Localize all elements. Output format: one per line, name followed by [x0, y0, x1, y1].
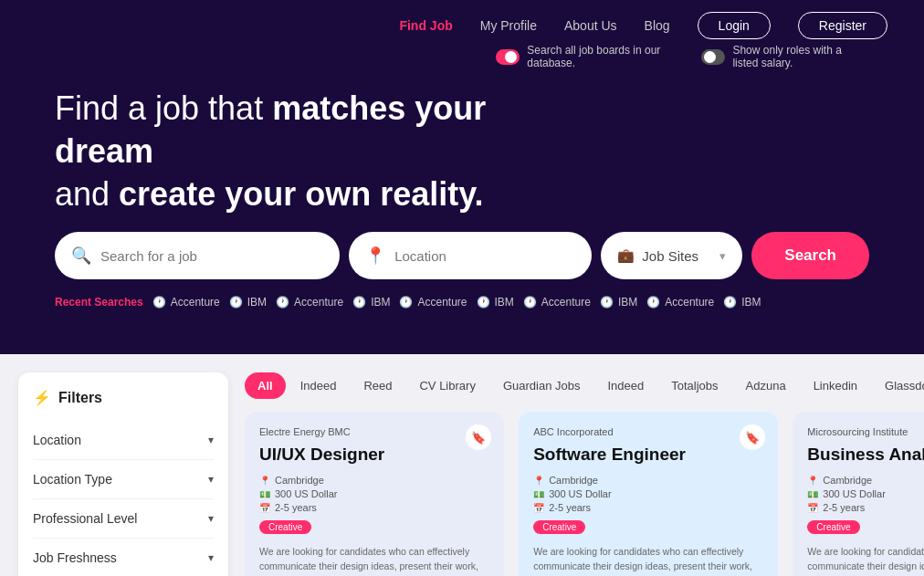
job-location-1: 📍 Cambridge [533, 475, 763, 486]
tab-totaljobs[interactable]: Totaljobs [658, 372, 730, 399]
job-tag-2: Creative [807, 520, 859, 534]
recent-item-label-7: IBM [618, 296, 637, 309]
hero-headline: Find a job that matches your dream and c… [55, 88, 496, 215]
filter-professional-level-label: Professional Level [33, 511, 137, 526]
tab-indeed-2[interactable]: Indeed [594, 372, 656, 399]
clock-icon-8: 🕐 [646, 296, 660, 309]
job-title-2: Business Analyst [807, 445, 924, 466]
filter-icon: ⚡ [33, 389, 51, 406]
clock-icon-7: 🕐 [600, 296, 614, 309]
job-sites-label: Job Sites [642, 248, 698, 264]
tab-adzuna[interactable]: Adzuna [733, 372, 799, 399]
job-location-2: 📍 Cambridge [807, 475, 924, 486]
job-salary-1: 💵 300 US Dollar [533, 488, 763, 499]
job-experience-text-2: 2-5 years [823, 502, 865, 513]
filter-location-type-label: Location Type [33, 472, 112, 487]
job-card-1: 🔖 ABC Incorporated Software Engineer 📍 C… [519, 412, 778, 576]
clock-icon: 🕐 [152, 296, 166, 309]
job-card-2: 🔖 Microsourcing Institute Business Analy… [793, 412, 924, 576]
tab-reed[interactable]: Reed [351, 372, 404, 399]
location-search-wrap: 📍 [349, 232, 592, 279]
tab-all[interactable]: All [245, 372, 286, 399]
chevron-down-icon: ▾ [719, 249, 726, 263]
clock-icon-6: 🕐 [523, 296, 537, 309]
location-pin-icon-1: 📍 [533, 476, 544, 486]
toggle-knob [505, 51, 517, 63]
chevron-location: ▾ [208, 434, 214, 446]
filter-location[interactable]: Location ▾ [33, 421, 214, 460]
tab-cv-library[interactable]: CV Library [406, 372, 488, 399]
recent-item-6[interactable]: 🕐 Accenture [523, 296, 591, 309]
job-salary-0: 💵 300 US Dollar [259, 488, 489, 499]
nav-my-profile[interactable]: My Profile [480, 18, 537, 33]
main-content: ⚡ Filters Location ▾ Location Type ▾ Pro… [0, 354, 924, 576]
recent-item-2[interactable]: 🕐 Accenture [276, 296, 343, 309]
filter-location-label: Location [33, 433, 81, 447]
toggle-all-boards-switch[interactable] [496, 49, 520, 65]
search-button[interactable]: Search [751, 232, 869, 279]
recent-item-label-5: IBM [495, 296, 514, 309]
tab-indeed[interactable]: Indeed [288, 372, 350, 399]
chevron-professional-level: ▾ [208, 512, 214, 525]
job-location-text-2: Cambridge [823, 475, 872, 486]
job-title-1: Software Engineer [533, 445, 763, 466]
recent-item-3[interactable]: 🕐 IBM [352, 296, 390, 309]
recent-item-7[interactable]: 🕐 IBM [600, 296, 637, 309]
filter-job-freshness[interactable]: Job Freshness ▾ [33, 539, 214, 576]
job-location-text-0: Cambridge [275, 475, 324, 486]
location-input[interactable] [394, 248, 575, 264]
recent-searches: Recent Searches 🕐 Accenture 🕐 IBM 🕐 Acce… [55, 296, 869, 309]
recent-item-9[interactable]: 🕐 IBM [723, 296, 761, 309]
recent-item-1[interactable]: 🕐 IBM [229, 296, 267, 309]
toggle-all-boards[interactable]: Search all job boards in our database. [496, 44, 674, 69]
job-location-0: 📍 Cambridge [259, 475, 489, 486]
clock-icon-9: 🕐 [723, 296, 737, 309]
clock-icon-1: 🕐 [229, 296, 243, 309]
job-salary-2: 💵 300 US Dollar [807, 488, 924, 499]
briefcase-icon: 💼 [617, 247, 635, 264]
clock-icon-5: 🕐 [477, 296, 490, 309]
recent-item-0[interactable]: 🕐 Accenture [152, 296, 220, 309]
job-card-0: 🔖 Electre Energy BMC UI/UX Designer 📍 Ca… [245, 412, 504, 576]
job-tag-0: Creative [259, 520, 311, 534]
job-tag-1: Creative [533, 520, 585, 534]
job-company-0: Electre Energy BMC [259, 426, 489, 437]
experience-icon-2: 📅 [807, 503, 818, 513]
recent-item-8[interactable]: 🕐 Accenture [646, 296, 714, 309]
tab-glassdoor[interactable]: Glassdoor [872, 372, 924, 399]
hero-section: Find a job that matches your dream and c… [0, 51, 924, 354]
toggle-listed-salary-switch[interactable] [701, 49, 726, 65]
recent-item-label-9: IBM [741, 296, 761, 309]
job-location-text-1: Cambridge [549, 475, 598, 486]
search-icon: 🔍 [71, 246, 91, 266]
filters-title: Filters [58, 390, 102, 406]
toggle-all-boards-label: Search all job boards in our database. [527, 44, 674, 69]
clock-icon-2: 🕐 [276, 296, 289, 309]
salary-icon-1: 💵 [533, 489, 544, 499]
toggle-listed-salary-label: Show only roles with a listed salary. [732, 44, 869, 69]
recent-item-label-1: IBM [247, 296, 267, 309]
recent-item-4[interactable]: 🕐 Accenture [399, 296, 467, 309]
job-search-input[interactable] [100, 248, 323, 264]
job-salary-text-0: 300 US Dollar [275, 488, 337, 499]
tab-linkedin[interactable]: Linkedin [801, 372, 870, 399]
job-experience-text-0: 2-5 years [275, 502, 317, 513]
hero-toggles: Search all job boards in our database. S… [496, 44, 869, 69]
filter-professional-level[interactable]: Professional Level ▾ [33, 499, 214, 539]
job-meta-2: 📍 Cambridge 💵 300 US Dollar 📅 2-5 years [807, 475, 924, 513]
register-button[interactable]: Register [798, 12, 887, 39]
nav-about-us[interactable]: About Us [564, 18, 617, 33]
filter-job-freshness-label: Job Freshness [33, 550, 117, 565]
job-sites-dropdown[interactable]: 💼 Job Sites ▾ [601, 232, 742, 279]
toggle-listed-salary[interactable]: Show only roles with a listed salary. [701, 44, 869, 69]
filter-location-type[interactable]: Location Type ▾ [33, 460, 214, 499]
job-experience-1: 📅 2-5 years [533, 502, 763, 513]
recent-item-label-4: Accenture [417, 296, 467, 309]
recent-item-5[interactable]: 🕐 IBM [477, 296, 514, 309]
tab-guardian-jobs[interactable]: Guardian Jobs [490, 372, 593, 399]
nav-blog[interactable]: Blog [645, 18, 670, 33]
nav-find-job[interactable]: Find Job [399, 18, 452, 33]
login-button[interactable]: Login [698, 12, 771, 39]
experience-icon-0: 📅 [259, 503, 270, 513]
job-experience-2: 📅 2-5 years [807, 502, 924, 513]
